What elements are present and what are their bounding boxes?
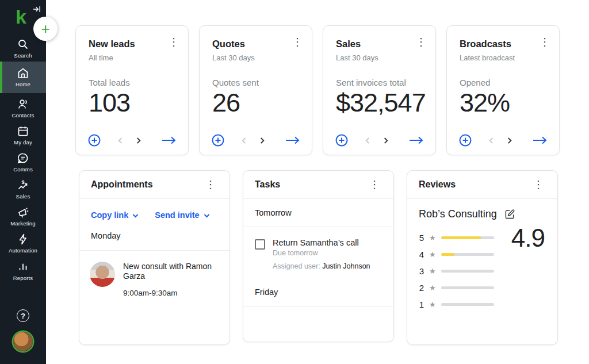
collapse-arrow-icon bbox=[32, 7, 41, 16]
kebab-menu-icon[interactable]: ⋮ bbox=[531, 178, 546, 191]
help-icon: ? bbox=[17, 309, 29, 322]
add-circle-icon[interactable] bbox=[87, 133, 101, 147]
rating-bar bbox=[441, 303, 494, 306]
task-checkbox[interactable] bbox=[255, 239, 265, 250]
sidebar-item-label: Comms bbox=[13, 166, 33, 173]
sidebar-item-comms[interactable]: Comms bbox=[0, 150, 46, 175]
card-title: Broadcasts bbox=[460, 39, 546, 49]
send-invite-label: Send invite bbox=[155, 210, 199, 220]
add-circle-icon[interactable] bbox=[458, 133, 472, 147]
chat-bubble-icon bbox=[17, 152, 29, 164]
appointment-list-item[interactable]: New consult with Ramon Garza 9:00am-9:30… bbox=[79, 251, 230, 308]
copy-link-label: Copy link bbox=[91, 210, 128, 220]
megaphone-icon bbox=[17, 206, 29, 219]
arrow-right-icon[interactable] bbox=[285, 136, 300, 145]
tasks-card: Tasks ⋮ Tomorrow Return Samantha’s call … bbox=[243, 170, 394, 342]
rating-count: 3 bbox=[419, 266, 424, 276]
help-button[interactable]: ? bbox=[17, 309, 29, 322]
broadcasts-card: ⋮ Broadcasts Latest broadcast Opened 32% bbox=[446, 25, 560, 155]
sales-dollar-icon: $ bbox=[17, 179, 29, 191]
sidebar-item-home[interactable]: Home bbox=[0, 62, 46, 93]
kebab-menu-icon[interactable]: ⋮ bbox=[289, 35, 306, 49]
sidebar-item-label: My day bbox=[14, 139, 32, 145]
kebab-menu-icon[interactable]: ⋮ bbox=[165, 35, 182, 49]
add-circle-icon[interactable] bbox=[335, 133, 349, 147]
sidebar-item-reports[interactable]: Reports bbox=[0, 258, 46, 283]
kebab-menu-icon[interactable]: ⋮ bbox=[536, 35, 553, 49]
sidebar-item-marketing[interactable]: Marketing bbox=[0, 204, 46, 229]
rating-bar bbox=[441, 270, 494, 273]
arrow-right-icon[interactable] bbox=[532, 136, 548, 145]
search-icon bbox=[17, 38, 29, 51]
day-label: Monday bbox=[79, 227, 230, 251]
bar-chart-icon bbox=[17, 260, 29, 273]
business-row: Rob’s Consulting bbox=[407, 199, 557, 225]
chevron-right-icon[interactable] bbox=[258, 137, 266, 144]
chevron-right-icon[interactable] bbox=[135, 137, 142, 144]
card-footer bbox=[335, 133, 424, 147]
star-icon: ★ bbox=[429, 234, 436, 242]
card-header: Reviews ⋮ bbox=[407, 171, 557, 199]
sidebar: k Search Home Contacts My day Comms $ Sa… bbox=[0, 0, 46, 364]
sidebar-item-automation[interactable]: Automation bbox=[0, 231, 46, 256]
sidebar-item-my-day[interactable]: My day bbox=[0, 122, 46, 148]
assigned-user: Justin Johnson bbox=[322, 262, 370, 270]
quick-add-button[interactable]: + bbox=[33, 17, 58, 41]
card-title: Sales bbox=[336, 39, 423, 49]
rating-count: 1 bbox=[419, 300, 424, 309]
task-assigned: Assigned user: Justin Johnson bbox=[273, 262, 370, 270]
card-subtitle: Latest broadcast bbox=[460, 53, 546, 62]
sidebar-item-label: Home bbox=[16, 81, 30, 87]
chevron-left-icon[interactable] bbox=[364, 137, 372, 144]
card-title: Quotes bbox=[212, 39, 299, 49]
metric-label: Quotes sent bbox=[212, 78, 299, 87]
rating-bar bbox=[441, 286, 494, 289]
card-footer bbox=[87, 133, 177, 147]
star-icon: ★ bbox=[429, 267, 436, 275]
metric-label: Sent invoices total bbox=[336, 78, 423, 87]
rating-row: 2 ★ bbox=[419, 279, 546, 296]
metric-value: $32,547 bbox=[336, 88, 423, 118]
chevron-left-icon[interactable] bbox=[240, 137, 248, 144]
rating-bar-fill bbox=[441, 253, 454, 256]
sidebar-item-search[interactable]: Search bbox=[0, 36, 46, 61]
chevron-down-icon bbox=[204, 210, 210, 220]
add-circle-icon[interactable] bbox=[211, 133, 225, 147]
kebab-menu-icon[interactable]: ⋮ bbox=[367, 178, 382, 191]
send-invite-button[interactable]: Send invite bbox=[155, 210, 209, 220]
sidebar-item-sales[interactable]: $ Sales bbox=[0, 177, 46, 202]
kebab-menu-icon[interactable]: ⋮ bbox=[412, 35, 430, 49]
rating-bar bbox=[441, 236, 494, 239]
star-icon: ★ bbox=[429, 251, 436, 258]
task-due: Due tomorrow bbox=[273, 249, 370, 257]
card-title: New leads bbox=[89, 39, 175, 49]
chevron-left-icon[interactable] bbox=[117, 137, 124, 144]
svg-text:$: $ bbox=[22, 179, 25, 185]
kebab-menu-icon[interactable]: ⋮ bbox=[203, 178, 218, 191]
arrow-right-icon[interactable] bbox=[161, 136, 177, 145]
metric-value: 32% bbox=[460, 88, 546, 118]
sidebar-item-label: Marketing bbox=[10, 220, 36, 227]
rating-row: 1 ★ bbox=[419, 296, 546, 313]
metric-value: 103 bbox=[89, 88, 175, 118]
sidebar-item-label: Sales bbox=[16, 193, 30, 200]
task-section-label: Tomorrow bbox=[243, 199, 393, 227]
calendar-icon bbox=[17, 125, 29, 137]
copy-link-button[interactable]: Copy link bbox=[91, 210, 139, 220]
user-avatar[interactable] bbox=[13, 332, 33, 351]
sidebar-item-contacts[interactable]: Contacts bbox=[0, 95, 46, 121]
card-header: Tasks ⋮ bbox=[243, 171, 393, 199]
star-icon: ★ bbox=[429, 284, 436, 292]
rating-count: 4 bbox=[419, 250, 424, 259]
edit-icon[interactable] bbox=[504, 209, 515, 220]
card-subtitle: Last 30 days bbox=[336, 53, 423, 62]
sidebar-collapse-button[interactable] bbox=[32, 5, 41, 16]
rating-count: 5 bbox=[419, 233, 424, 243]
metric-value: 26 bbox=[212, 88, 299, 118]
chevron-left-icon[interactable] bbox=[488, 137, 495, 144]
chevron-right-icon[interactable] bbox=[506, 137, 513, 144]
home-icon bbox=[17, 67, 29, 79]
arrow-right-icon[interactable] bbox=[408, 136, 424, 145]
chevron-right-icon[interactable] bbox=[382, 137, 389, 144]
task-title: Return Samantha’s call bbox=[273, 238, 370, 247]
